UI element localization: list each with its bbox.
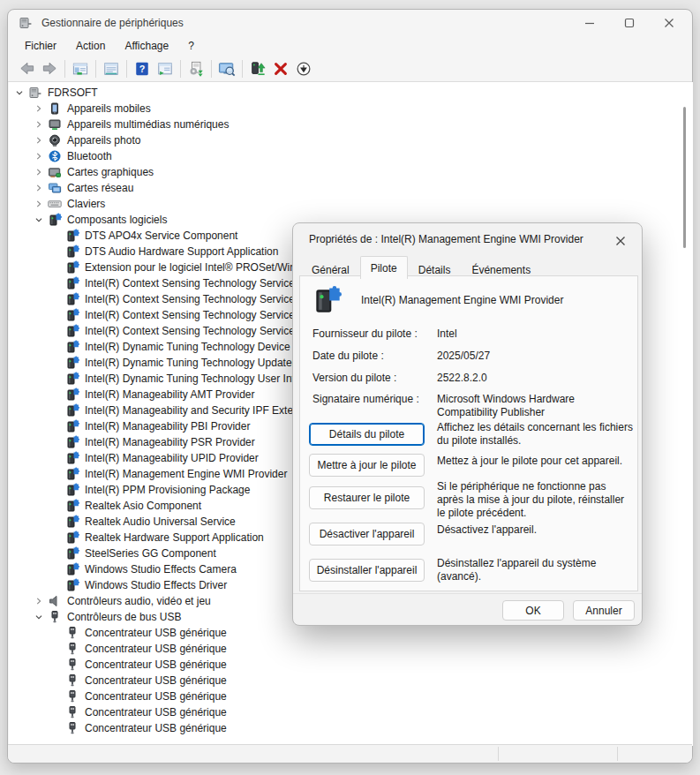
dialog-close-icon[interactable]: [612, 232, 629, 250]
update-driver-icon: [250, 61, 266, 77]
software-component-icon: [65, 562, 79, 576]
tree-item-fdrsoft[interactable]: FDRSOFT: [9, 85, 693, 101]
chevron-placeholder: [48, 228, 65, 244]
tree-item-bluetooth[interactable]: Bluetooth: [9, 148, 693, 164]
help-button[interactable]: ?: [131, 58, 154, 79]
tree-item-concentrateur-usb-generique[interactable]: Concentrateur USB générique: [9, 657, 693, 673]
toolbar-separator: [180, 60, 181, 78]
tab-details[interactable]: Détails: [408, 260, 462, 279]
chevron-placeholder: [48, 355, 65, 371]
software-component-icon: [65, 435, 79, 449]
chevron-collapsed-icon[interactable]: [30, 164, 48, 180]
export-list-icon: [157, 61, 173, 77]
menu-item-affichage[interactable]: Affichage: [115, 37, 178, 55]
tree-item-concentrateur-usb-generique[interactable]: Concentrateur USB générique: [9, 625, 693, 641]
restaurer-le-pilote-button[interactable]: Restaurer le pilote: [309, 486, 425, 509]
chevron-placeholder: [48, 530, 65, 546]
menu-item-fichier[interactable]: Fichier: [15, 37, 66, 55]
details-du-pilote-button[interactable]: Détails du pilote: [309, 423, 425, 446]
show-console-tree-button[interactable]: [69, 58, 92, 79]
close-button[interactable]: [649, 10, 689, 36]
properties-icon: [103, 61, 119, 77]
properties-button[interactable]: [100, 58, 123, 79]
disable-device-button[interactable]: [292, 58, 315, 79]
tree-item-label: Contrôleurs de bus USB: [67, 611, 181, 623]
mettre-a-jour-le-pilote-button[interactable]: Mettre à jour le pilote: [309, 454, 425, 477]
software-component-icon: [65, 467, 79, 481]
chevron-placeholder: [48, 323, 65, 339]
update-driver-button[interactable]: [246, 58, 269, 79]
tree-item-concentrateur-usb-generique[interactable]: Concentrateur USB générique: [9, 641, 693, 657]
tab-general[interactable]: Général: [301, 260, 360, 279]
tree-item-label: Concentrateur USB générique: [85, 658, 227, 671]
display-adapter-icon: [48, 165, 62, 179]
dialog-tabs: GénéralPiloteDétailsÉvénements: [301, 256, 541, 279]
menu-item-aide[interactable]: ?: [178, 37, 204, 55]
device-name: Intel(R) Management Engine WMI Provider: [361, 294, 563, 306]
chevron-placeholder: [48, 275, 65, 291]
tree-item-concentrateur-usb-generique[interactable]: Concentrateur USB générique: [9, 688, 693, 704]
chevron-expanded-icon[interactable]: [11, 85, 28, 101]
tree-item-label: Concentrateur USB générique: [85, 643, 227, 655]
tree-item-appareils-multimedias-numeriques[interactable]: Appareils multimédias numériques: [9, 117, 693, 132]
chevron-placeholder: [48, 466, 65, 482]
tab-evenements[interactable]: Événements: [461, 260, 541, 279]
chevron-expanded-icon[interactable]: [30, 609, 48, 625]
tree-item-cartes-graphiques[interactable]: Cartes graphiques: [9, 164, 693, 180]
export-list-button[interactable]: [154, 58, 177, 79]
minimize-button[interactable]: [569, 10, 609, 36]
chevron-placeholder: [48, 482, 65, 498]
menu-item-action[interactable]: Action: [66, 37, 115, 55]
tree-item-appareils-mobiles[interactable]: Appareils mobiles: [9, 101, 693, 117]
tree-item-label: Concentrateur USB générique: [85, 674, 227, 687]
ok-button[interactable]: OK: [502, 600, 564, 621]
tree-item-concentrateur-usb-generique[interactable]: Concentrateur USB générique: [9, 720, 693, 736]
tree-item-concentrateur-usb-generique[interactable]: Concentrateur USB générique: [9, 704, 693, 720]
scan-hardware-changes-button[interactable]: [184, 58, 207, 79]
field-label: Version du pilote :: [312, 372, 436, 384]
usb-icon: [65, 705, 79, 719]
chevron-collapsed-icon[interactable]: [30, 101, 48, 117]
tree-item-cartes-reseau[interactable]: Cartes réseau: [9, 180, 693, 196]
svg-text:?: ?: [139, 64, 146, 74]
help-icon: ?: [134, 61, 150, 77]
tree-item-appareils-photo[interactable]: Appareils photo: [9, 132, 693, 148]
software-component-icon: [65, 546, 79, 561]
cancel-button[interactable]: Annuler: [573, 600, 635, 621]
uninstall-device-button[interactable]: [269, 58, 292, 79]
back-button[interactable]: [15, 58, 38, 79]
chevron-collapsed-icon[interactable]: [30, 593, 48, 609]
tree-item-claviers[interactable]: Claviers: [9, 196, 693, 212]
tree-scrollbar-thumb[interactable]: [683, 107, 686, 248]
chevron-collapsed-icon[interactable]: [30, 148, 48, 164]
maximize-button[interactable]: [609, 10, 649, 36]
title-bar: Gestionnaire de périphériques: [8, 10, 692, 36]
tree-item-label: Claviers: [67, 198, 105, 210]
software-component-icon: [65, 292, 79, 306]
tree-item-label: Extension pour le logiciel Intel® PROSet…: [85, 261, 302, 274]
chevron-placeholder: [48, 546, 65, 561]
field-value: Microsoft Windows Hardware Compatibility…: [437, 393, 633, 419]
chevron-placeholder: [48, 673, 65, 688]
software-component-icon: [65, 483, 79, 497]
chevron-collapsed-icon[interactable]: [30, 117, 48, 132]
chevron-collapsed-icon[interactable]: [30, 132, 48, 148]
tree-item-label: Concentrateur USB générique: [85, 706, 227, 719]
desinstaller-lappareil-button[interactable]: Désinstaller l'appareil: [309, 559, 425, 582]
desactiver-lappareil-button[interactable]: Désactiver l'appareil: [309, 523, 425, 546]
field-value: 2522.8.2.0: [437, 372, 633, 385]
chevron-collapsed-icon[interactable]: [30, 180, 48, 196]
forward-button[interactable]: [38, 58, 61, 79]
tree-item-concentrateur-usb-generique[interactable]: Concentrateur USB générique: [9, 673, 693, 688]
toolbar-separator: [95, 60, 96, 78]
tab-pilote[interactable]: Pilote: [360, 256, 408, 279]
tree-item-label: Windows Studio Effects Camera: [85, 563, 237, 576]
chevron-expanded-icon[interactable]: [30, 212, 48, 228]
chevron-collapsed-icon[interactable]: [30, 196, 48, 212]
tree-item-label: Realtek Hardware Support Application: [85, 531, 264, 544]
tree-item-label: Concentrateur USB générique: [85, 627, 227, 639]
device-search-button[interactable]: [215, 58, 238, 79]
tree-item-label: Intel(R) Context Sensing Technology Serv…: [85, 277, 295, 290]
tree-item-label: Intel(R) Dynamic Tuning Technology User …: [85, 372, 301, 385]
usb-icon: [65, 642, 79, 656]
